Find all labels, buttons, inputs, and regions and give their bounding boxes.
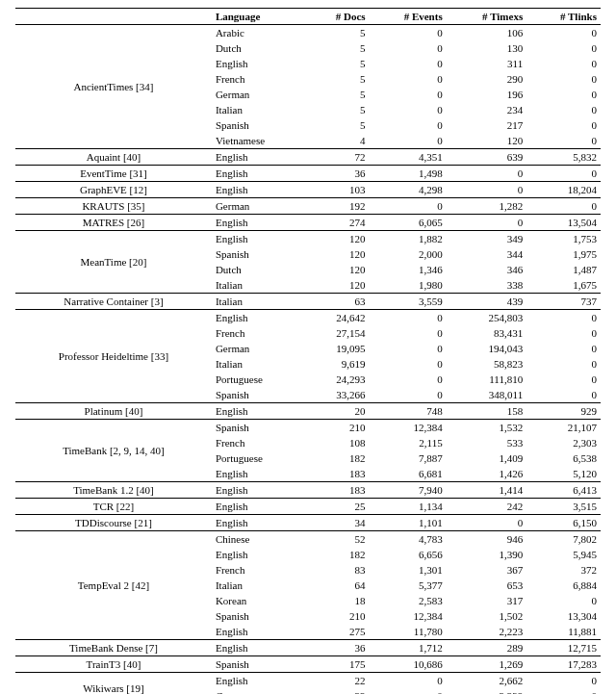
cell-timexs: 0 <box>447 515 527 531</box>
cell-events: 5,377 <box>370 578 447 593</box>
col-dataset <box>15 9 212 25</box>
cell-language: English <box>212 231 307 247</box>
cell-events: 4,783 <box>370 531 447 548</box>
table-row: GraphEVE [12]English1034,298018,204 <box>15 182 601 198</box>
cell-events: 1,134 <box>370 499 447 515</box>
cell-events: 0 <box>370 40 447 56</box>
dataset-name: MeanTime [20] <box>15 231 212 294</box>
cell-language: Italian <box>212 277 307 294</box>
dataset-name: AncientTimes [34] <box>15 25 212 149</box>
cell-language: Dutch <box>212 40 307 56</box>
cell-tlinks: 3,515 <box>526 499 601 515</box>
cell-timexs: 0 <box>447 166 527 182</box>
cell-timexs: 1,532 <box>447 420 527 436</box>
table-row: Professor Heideltime [33]English24,64202… <box>15 310 601 326</box>
cell-events: 0 <box>370 117 447 133</box>
cell-docs: 34 <box>307 515 370 531</box>
cell-tlinks: 0 <box>526 56 601 71</box>
cell-language: German <box>212 688 307 694</box>
col-events: # Events <box>370 9 447 25</box>
cell-events: 0 <box>370 71 447 87</box>
cell-docs: 5 <box>307 102 370 117</box>
dataset-name: TimeBank [2, 9, 14, 40] <box>15 420 212 482</box>
cell-tlinks: 1,975 <box>526 246 601 262</box>
cell-tlinks: 929 <box>526 403 601 420</box>
cell-language: Vietnamese <box>212 133 307 149</box>
cell-docs: 5 <box>307 117 370 133</box>
col-timexs: # Timexs <box>447 9 527 25</box>
cell-tlinks: 0 <box>526 593 601 608</box>
cell-tlinks: 5,120 <box>526 466 601 482</box>
cell-language: German <box>212 341 307 356</box>
cell-tlinks: 0 <box>526 198 601 215</box>
cell-timexs: 120 <box>447 133 527 149</box>
cell-events: 0 <box>370 198 447 215</box>
cell-timexs: 639 <box>447 149 527 166</box>
cell-tlinks: 5,832 <box>526 149 601 166</box>
cell-events: 1,301 <box>370 562 447 578</box>
cell-language: French <box>212 71 307 87</box>
cell-tlinks: 0 <box>526 25 601 41</box>
cell-events: 4,298 <box>370 182 447 198</box>
cell-tlinks: 0 <box>526 71 601 87</box>
cell-tlinks: 372 <box>526 562 601 578</box>
cell-timexs: 946 <box>447 531 527 548</box>
cell-events: 0 <box>370 325 447 341</box>
cell-docs: 33,266 <box>307 387 370 403</box>
cell-tlinks: 2,303 <box>526 435 601 450</box>
cell-docs: 19,095 <box>307 341 370 356</box>
cell-tlinks: 0 <box>526 325 601 341</box>
cell-docs: 274 <box>307 215 370 231</box>
dataset-name: Platinum [40] <box>15 403 212 420</box>
cell-tlinks: 0 <box>526 40 601 56</box>
cell-timexs: 367 <box>447 562 527 578</box>
table-row: Platinum [40]English20748158929 <box>15 403 601 420</box>
cell-tlinks: 0 <box>526 102 601 117</box>
cell-language: English <box>212 403 307 420</box>
cell-events: 12,384 <box>370 420 447 436</box>
cell-timexs: 194,043 <box>447 341 527 356</box>
cell-tlinks: 0 <box>526 673 601 689</box>
cell-events: 1,712 <box>370 640 447 656</box>
table-row: Wikiwars [19]English2202,6620 <box>15 673 601 689</box>
cell-language: Spanish <box>212 117 307 133</box>
cell-language: German <box>212 87 307 102</box>
cell-docs: 182 <box>307 450 370 466</box>
cell-tlinks: 0 <box>526 310 601 326</box>
cell-tlinks: 6,884 <box>526 578 601 593</box>
cell-timexs: 1,409 <box>447 450 527 466</box>
dataset-name: Narrative Container [3] <box>15 294 212 310</box>
cell-timexs: 1,426 <box>447 466 527 482</box>
cell-docs: 5 <box>307 87 370 102</box>
cell-timexs: 106 <box>447 25 527 41</box>
cell-timexs: 111,810 <box>447 372 527 387</box>
cell-timexs: 2,239 <box>447 688 527 694</box>
table-row: TempEval 2 [42]Chinese524,7839467,802 <box>15 531 601 548</box>
dataset-name: Aquaint [40] <box>15 149 212 166</box>
cell-timexs: 0 <box>447 215 527 231</box>
cell-events: 7,887 <box>370 450 447 466</box>
cell-events: 6,681 <box>370 466 447 482</box>
cell-timexs: 1,269 <box>447 656 527 673</box>
cell-docs: 175 <box>307 656 370 673</box>
cell-docs: 120 <box>307 277 370 294</box>
cell-language: French <box>212 325 307 341</box>
table-row: Aquaint [40]English724,3516395,832 <box>15 149 601 166</box>
cell-events: 6,656 <box>370 547 447 562</box>
cell-language: Dutch <box>212 262 307 277</box>
cell-tlinks: 13,504 <box>526 215 601 231</box>
cell-docs: 36 <box>307 640 370 656</box>
cell-language: English <box>212 166 307 182</box>
corpora-table: Language # Docs # Events # Timexs # Tlin… <box>15 8 601 694</box>
cell-language: Italian <box>212 356 307 372</box>
cell-docs: 210 <box>307 608 370 624</box>
cell-docs: 4 <box>307 133 370 149</box>
cell-events: 4,351 <box>370 149 447 166</box>
cell-language: French <box>212 435 307 450</box>
table-row: KRAUTS [35]German19201,2820 <box>15 198 601 215</box>
cell-docs: 103 <box>307 182 370 198</box>
cell-docs: 52 <box>307 531 370 548</box>
cell-timexs: 196 <box>447 87 527 102</box>
cell-timexs: 317 <box>447 593 527 608</box>
cell-language: English <box>212 673 307 689</box>
